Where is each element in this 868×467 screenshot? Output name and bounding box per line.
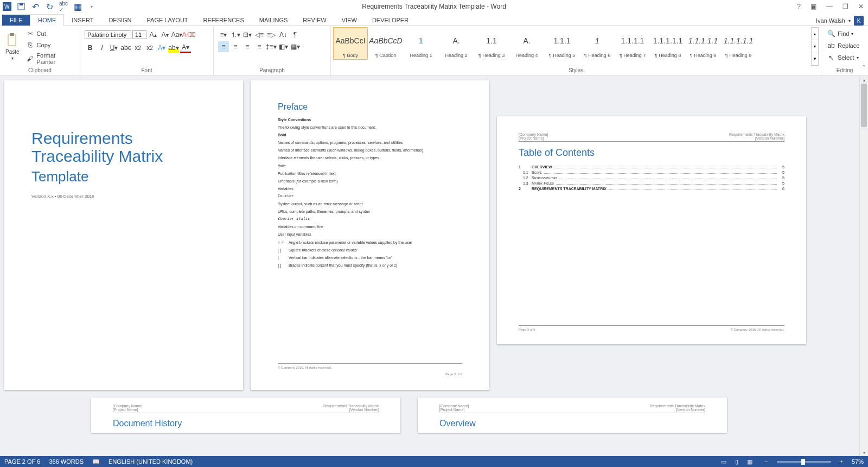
web-layout-button[interactable]: ▦ [744,457,756,466]
strike-button[interactable]: abc [120,42,131,53]
read-mode-button[interactable]: ▭ [718,457,730,466]
paste-dropdown-icon[interactable]: ▾ [11,56,14,61]
undo-icon[interactable]: ↶ [30,2,40,11]
style-item[interactable]: 1.1¶ Heading 3 [474,27,509,60]
zoom-slider[interactable] [777,461,831,463]
shrink-font-button[interactable]: A▾ [159,29,170,40]
bullets-button[interactable]: ≡▾ [218,29,229,40]
status-page[interactable]: PAGE 2 OF 6 [4,458,40,465]
qat-dropdown-icon[interactable]: ▾ [87,2,97,11]
cut-button[interactable]: ✂Cut [24,28,78,39]
decrease-indent-button[interactable]: ◁≡ [254,29,265,40]
restore-icon[interactable]: ❐ [840,2,851,11]
status-proof-icon[interactable]: 📖 [92,458,100,465]
tab-home[interactable]: HOME [30,14,64,26]
italic-button[interactable]: I [97,42,107,53]
text-effects-button[interactable]: A▾ [156,42,167,53]
paste-button[interactable]: Paste ▾ [2,27,23,66]
font-size-input[interactable] [132,30,146,39]
doc-version: Version X.x • 06 December 2016 [31,194,216,199]
style-item[interactable]: 1.1.1.1.1¶ Heading 8 [650,27,685,60]
tab-review[interactable]: REVIEW [295,15,334,26]
find-button[interactable]: 🔍Find▾ [825,28,865,39]
help-icon[interactable]: ? [795,2,803,11]
superscript-button[interactable]: x2 [144,42,155,53]
styles-scroll-down[interactable]: ▾ [812,40,818,53]
zoom-out-button[interactable]: − [764,458,768,465]
find-icon: 🔍 [827,29,835,38]
font-name-input[interactable] [85,30,131,39]
tab-mailings[interactable]: MAILINGS [252,15,296,26]
minimize-icon[interactable]: — [824,2,835,11]
style-item[interactable]: 1.1.1.1.1¶ Heading 9 [686,27,720,60]
format-painter-button[interactable]: 🖌Format Painter [24,51,78,66]
align-left-button[interactable]: ≡ [218,41,229,52]
ribbon-display-icon[interactable]: ▣ [808,2,819,11]
justify-button[interactable]: ≡ [254,41,265,52]
style-item[interactable]: 1¶ Heading 6 [580,27,615,60]
scroll-up-arrow[interactable]: ▴ [860,76,868,84]
sort-button[interactable]: A↓ [278,29,289,40]
save-icon[interactable] [16,2,26,11]
replace-button[interactable]: abReplace [825,40,865,51]
p2-b4: { }Braces indicate content that you must… [278,263,462,268]
spellcheck-icon[interactable]: abc✓ [59,2,68,11]
align-center-button[interactable]: ≡ [230,41,241,52]
toc-row: 1.1Scope5 [519,171,784,174]
status-language[interactable]: ENGLISH (UNITED KINGDOM) [108,458,193,465]
tab-developer[interactable]: DEVELOPER [365,15,416,26]
change-case-button[interactable]: Aa▾ [171,29,182,40]
increase-indent-button[interactable]: ≡▷ [266,29,277,40]
subscript-button[interactable]: x2 [132,42,143,53]
style-item[interactable]: A.Heading 4 [509,27,544,60]
bold-button[interactable]: B [85,42,95,53]
borders-button[interactable]: ▦▾ [290,41,301,52]
zoom-level[interactable]: 57% [852,458,864,465]
collapse-ribbon-icon[interactable]: ⌃ [861,64,866,70]
redo-icon[interactable]: ↻ [44,2,54,11]
underline-button[interactable]: U▾ [108,42,119,53]
style-item[interactable]: A.Heading 2 [439,27,474,60]
document-area[interactable]: Requirements Traceability Matrix Templat… [0,76,868,456]
clear-format-button[interactable]: A⌫ [183,29,194,40]
status-words[interactable]: 366 WORDS [49,458,84,465]
tab-file[interactable]: FILE [2,15,30,26]
line-spacing-button[interactable]: ‡≡▾ [266,41,277,52]
grow-font-button[interactable]: A▴ [148,29,158,40]
style-item[interactable]: AaBbCcI¶ Body [333,27,368,60]
font-color-button[interactable]: A▾ [180,42,191,53]
show-marks-button[interactable]: ¶ [290,29,301,40]
close-icon[interactable]: ✕ [856,2,866,11]
tab-insert[interactable]: INSERT [64,15,101,26]
doc-subtitle: Template [31,168,216,185]
styles-scroll-up[interactable]: ▴ [812,28,818,40]
styles-gallery[interactable]: AaBbCcI¶ BodyAaBbCcD¶ Caption1Heading 1A… [333,27,810,66]
align-right-button[interactable]: ≡ [242,41,253,52]
scroll-thumb[interactable] [861,84,867,127]
styles-expand[interactable]: ▼ [812,53,818,66]
numbering-button[interactable]: ⒈▾ [230,29,241,40]
p5-header: [Company Name][Project Name] Requirement… [439,404,705,413]
tab-references[interactable]: REFERENCES [196,15,252,26]
tab-design[interactable]: DESIGN [101,15,139,26]
user-area[interactable]: Ivan Walsh ▾ K [816,16,864,26]
zoom-thumb[interactable] [801,459,805,465]
copy-button[interactable]: ⎘Copy [24,40,78,51]
style-item[interactable]: 1.1.1.1.1¶ Heading 9 [721,27,756,60]
shading-button[interactable]: ◧▾ [278,41,289,52]
highlight-button[interactable]: ab▾ [168,42,179,53]
user-dropdown-icon[interactable]: ▾ [848,18,851,23]
tab-view[interactable]: VIEW [334,15,365,26]
tab-page-layout[interactable]: PAGE LAYOUT [139,15,196,26]
style-item[interactable]: 1Heading 1 [404,27,438,60]
style-item[interactable]: 1.1.1.1¶ Heading 7 [615,27,650,60]
zoom-in-button[interactable]: + [840,458,843,465]
select-button[interactable]: ↖Select▾ [825,52,865,63]
multilevel-button[interactable]: ⊟▾ [242,29,253,40]
vertical-scrollbar[interactable]: ▴ ▾ [859,76,868,456]
touch-mode-icon[interactable]: ▦ [73,2,82,11]
scroll-down-arrow[interactable]: ▾ [860,449,868,456]
style-item[interactable]: 1.1.1¶ Heading 5 [545,27,579,60]
style-item[interactable]: AaBbCcD¶ Caption [368,27,403,60]
print-layout-button[interactable]: ▯ [731,457,743,466]
